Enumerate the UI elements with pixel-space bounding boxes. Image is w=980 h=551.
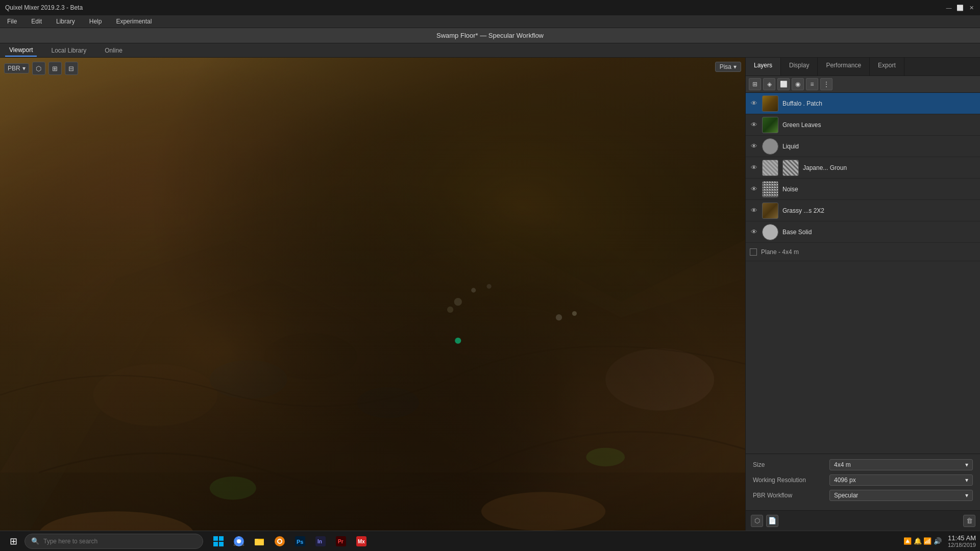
environment-select[interactable]: Pisa ▾ (715, 62, 741, 72)
layer-item-base[interactable]: 👁 Base Solid (746, 221, 980, 243)
render-mode-select[interactable]: PBR ▾ (4, 63, 29, 73)
taskbar-app-misc1[interactable]: In (311, 532, 330, 550)
tab-viewport[interactable]: Viewport (5, 44, 37, 57)
view-tabbar: Viewport Local Library Online (0, 43, 980, 58)
layer-name-noise: Noise (782, 186, 976, 193)
svg-point-27 (237, 539, 241, 543)
resolution-label: Working Resolution (753, 477, 824, 484)
bottom-icon-btn-1[interactable]: ⬡ (751, 515, 763, 527)
layer-thumb-noise (762, 181, 778, 197)
size-chevron: ▾ (965, 461, 968, 468)
svg-point-18 (586, 448, 625, 467)
menu-edit[interactable]: Edit (28, 17, 45, 26)
svg-point-17 (210, 477, 256, 500)
size-row: Size 4x4 m ▾ (753, 459, 973, 470)
environment-label: Pisa (720, 63, 731, 70)
taskbar-app-explorer[interactable] (250, 532, 268, 550)
tab-display[interactable]: Display (781, 58, 818, 76)
layer-visibility-japanese[interactable]: 👁 (750, 164, 758, 172)
workflow-select[interactable]: Specular ▾ (829, 490, 973, 501)
menu-experimental[interactable]: Experimental (113, 17, 155, 26)
tab-local-library[interactable]: Local Library (47, 45, 90, 56)
bottom-icon-btn-2[interactable]: 📄 (766, 515, 778, 527)
taskbar-app-photoshop[interactable]: Ps (291, 532, 309, 550)
resolution-row: Working Resolution 4096 px ▾ (753, 474, 973, 486)
layer-item-greenleaves[interactable]: 👁 Green Leaves (746, 114, 980, 136)
layers-tool-liquid[interactable]: ◉ (792, 78, 804, 90)
layer-name-japanese: Japane... Groun (803, 164, 976, 171)
viewport-grid-btn[interactable]: ⊞ (48, 62, 62, 75)
titlebar-controls: — ⬜ ✕ (945, 4, 975, 11)
svg-rect-24 (213, 542, 218, 546)
taskbar-search[interactable]: 🔍 (24, 534, 203, 549)
svg-rect-23 (219, 536, 224, 541)
taskbar-time: 11:45 AM (948, 534, 976, 542)
taskbar-app-windows[interactable] (209, 532, 228, 550)
tab-export[interactable]: Export (870, 58, 904, 76)
taskbar-app-misc2[interactable]: Pr (332, 532, 350, 550)
layer-name-grassy: Grassy ...s 2X2 (782, 207, 976, 214)
layer-item-noise[interactable]: 👁 Noise (746, 179, 980, 200)
layer-item-buffalo[interactable]: 👁 Buffalo . Patch (746, 93, 980, 114)
layer-name-greenleaves: Green Leaves (782, 121, 976, 129)
start-button[interactable]: ⊞ (4, 532, 22, 550)
maximize-button[interactable]: ⬜ (957, 4, 964, 11)
taskbar-right: 🔼 🔔 📶 🔊 11:45 AM 12/18/2019 (903, 534, 976, 548)
layer-thumb-greenleaves (762, 117, 778, 133)
titlebar: Quixel Mixer 2019.2.3 - Beta — ⬜ ✕ (0, 0, 980, 15)
layers-panel: 👁 Buffalo . Patch 👁 Green Leaves 👁 Liqui… (746, 93, 980, 454)
layers-tool-paint[interactable]: ◈ (763, 78, 775, 90)
close-button[interactable]: ✕ (968, 4, 975, 11)
layer-thumb-japanese (762, 160, 778, 176)
layer-visibility-buffalo[interactable]: 👁 (750, 99, 758, 108)
taskbar-app-blender[interactable] (271, 532, 289, 550)
layers-tool-list[interactable]: ≡ (806, 78, 818, 90)
layer-item-japanese[interactable]: 👁 Japane... Groun (746, 157, 980, 179)
svg-text:Mx: Mx (358, 539, 365, 544)
menubar: File Edit Library Help Experimental (0, 15, 980, 28)
menu-library[interactable]: Library (53, 17, 78, 26)
properties-panel: Size 4x4 m ▾ Working Resolution 4096 px … (746, 454, 980, 510)
bottom-panel: ⬡ 📄 🗑 (746, 510, 980, 531)
delete-btn[interactable]: 🗑 (963, 515, 975, 527)
minimize-button[interactable]: — (945, 4, 952, 11)
taskbar-app-quixel[interactable]: Mx (352, 532, 371, 550)
menu-help[interactable]: Help (86, 17, 105, 26)
app-title: Quixel Mixer 2019.2.3 - Beta (5, 4, 83, 11)
layer-visibility-base[interactable]: 👁 (750, 228, 758, 236)
layer-visibility-noise[interactable]: 👁 (750, 185, 758, 193)
document-titlebar: Swamp Floor* — Specular Workflow (0, 28, 980, 43)
workflow-row: PBR Workflow Specular ▾ (753, 490, 973, 501)
taskbar: ⊞ 🔍 (0, 531, 980, 551)
size-select[interactable]: 4x4 m ▾ (829, 459, 973, 470)
viewport[interactable]: PBR ▾ ⬡ ⊞ ⊟ Pisa ▾ (0, 58, 745, 531)
resolution-select[interactable]: 4096 px ▾ (829, 474, 973, 486)
menu-file[interactable]: File (4, 17, 20, 26)
taskbar-app-chrome[interactable] (230, 532, 248, 550)
document-title: Swamp Floor* — Specular Workflow (436, 32, 544, 39)
layers-tool-solid[interactable]: ⬜ (777, 78, 790, 90)
tab-layers[interactable]: Layers (746, 58, 781, 76)
viewport-background (0, 58, 745, 531)
plane-checkbox[interactable] (750, 248, 757, 256)
tab-online[interactable]: Online (101, 45, 127, 56)
layer-name-buffalo: Buffalo . Patch (782, 100, 976, 107)
render-mode-chevron: ▾ (22, 65, 26, 72)
search-input[interactable] (43, 538, 186, 545)
size-value: 4x4 m (834, 461, 851, 468)
layer-visibility-liquid[interactable]: 👁 (750, 142, 758, 151)
layer-item-liquid[interactable]: 👁 Liquid (746, 136, 980, 157)
layers-tool-grid[interactable]: ⊞ (749, 78, 761, 90)
layers-tool-more[interactable]: ⋮ (820, 78, 832, 90)
layer-visibility-grassy[interactable]: 👁 (750, 207, 758, 215)
layer-visibility-greenleaves[interactable]: 👁 (750, 121, 758, 129)
workflow-value: Specular (834, 492, 858, 499)
viewport-list-btn[interactable]: ⊟ (65, 62, 78, 75)
right-panel-tabs: Layers Display Performance Export (746, 58, 980, 76)
plane-item[interactable]: Plane - 4x4 m (746, 243, 980, 261)
tab-performance[interactable]: Performance (818, 58, 870, 76)
viewport-right-toolbar: Pisa ▾ (715, 62, 741, 72)
taskbar-apps: Ps In Pr Mx (209, 532, 371, 550)
layer-item-grassy[interactable]: 👁 Grassy ...s 2X2 (746, 200, 980, 221)
viewport-icon-btn[interactable]: ⬡ (32, 62, 45, 75)
